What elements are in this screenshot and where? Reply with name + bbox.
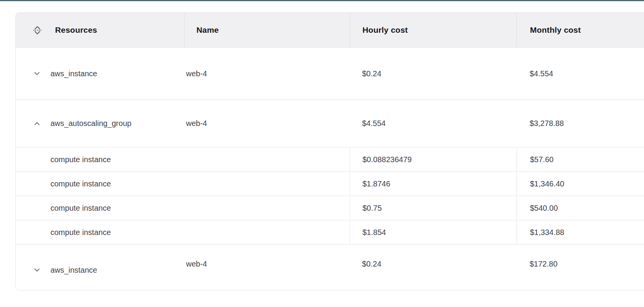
resource-row[interactable]: aws_autoscaling_group web-4 $4.554 $3,27… (16, 100, 644, 148)
table-header: Resources Name Hourly cost Monthly cost (16, 13, 644, 48)
column-header-name: Name (184, 13, 350, 47)
column-header-label-name: Name (196, 25, 219, 35)
hourly-cost-cell: $0.24 (350, 241, 517, 287)
top-accent-bar (0, 0, 644, 1)
resource-row[interactable]: aws_instance web-4 $0.24 $4.554 (16, 48, 644, 100)
name-cell: web-4 (184, 241, 350, 287)
monthly-cost-cell: $1,346.40 (517, 172, 644, 196)
sub-component-row: compute instance $1.8746 $1,346.40 (16, 172, 644, 196)
monthly-cost-cell: $540.00 (517, 196, 644, 220)
sub-component-label: compute instance (16, 172, 350, 196)
hourly-cost-cell: $1.854 (350, 220, 517, 244)
resource-type-label: aws_autoscaling_group (50, 119, 131, 128)
resource-cell: aws_instance (16, 247, 184, 290)
resource-cell: aws_instance (16, 48, 184, 99)
name-cell: web-4 (184, 48, 350, 99)
hourly-cost-cell: $0.24 (350, 48, 517, 99)
column-header-label-monthly-cost: Monthly cost (530, 25, 581, 35)
hourly-cost-cell: $4.554 (350, 100, 517, 147)
table-body: aws_instance web-4 $0.24 $4.554 aws_auto… (16, 48, 644, 290)
chevron-down-icon[interactable] (33, 69, 41, 78)
column-header-hourly-cost: Hourly cost (350, 13, 517, 47)
name-cell: web-4 (184, 100, 350, 147)
chevron-down-icon[interactable] (33, 266, 41, 274)
sub-component-row: compute instance $0.088236479 $57.60 (16, 148, 644, 172)
monthly-cost-cell: $4.554 (517, 48, 644, 99)
column-header-label-hourly-cost: Hourly cost (362, 25, 408, 35)
hourly-cost-cell: $0.75 (350, 196, 517, 220)
sub-component-row: compute instance $0.75 $540.00 (16, 196, 644, 220)
resource-row[interactable]: aws_instance web-4 $0.24 $172.80 (16, 245, 644, 290)
monthly-cost-cell: $172.80 (517, 241, 644, 287)
sub-component-label: compute instance (16, 220, 350, 244)
sub-component-label: compute instance (16, 148, 350, 171)
chevron-up-icon[interactable] (33, 119, 41, 128)
monthly-cost-cell: $57.60 (517, 148, 644, 171)
column-header-resources: Resources (16, 13, 184, 47)
expand-all-icon[interactable] (33, 25, 42, 35)
column-header-monthly-cost: Monthly cost (517, 13, 644, 47)
sub-component-label: compute instance (16, 196, 350, 220)
hourly-cost-cell: $1.8746 (350, 172, 517, 196)
resource-cell: aws_autoscaling_group (16, 100, 184, 147)
column-header-label-resources: Resources (55, 25, 97, 35)
resource-type-label: aws_instance (50, 69, 97, 78)
resource-type-label: aws_instance (50, 266, 97, 275)
cost-breakdown-table: Resources Name Hourly cost Monthly cost … (15, 12, 644, 290)
hourly-cost-cell: $0.088236479 (350, 148, 517, 171)
monthly-cost-cell: $1,334.88 (517, 220, 644, 244)
monthly-cost-cell: $3,278.88 (517, 100, 644, 147)
